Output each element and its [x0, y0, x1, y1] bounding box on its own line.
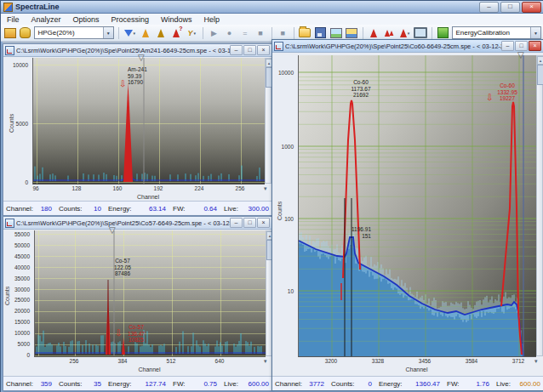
acquire-pause-icon[interactable]: =: [238, 26, 251, 39]
detector-select[interactable]: HPGe(20%) ▼: [34, 26, 113, 39]
spectrum-curve: [33, 58, 265, 184]
plot-vscrollbar[interactable]: ▴: [265, 58, 272, 184]
y-axis: 10000100010010: [272, 55, 296, 356]
x-axis-label: Channel: [298, 366, 535, 372]
menu-options[interactable]: Options: [67, 15, 106, 24]
peak-delete-icon[interactable]: ▾: [398, 26, 411, 39]
open-spectrum-icon[interactable]: [299, 26, 312, 39]
plot-vscrollbar[interactable]: ▴: [536, 55, 543, 356]
export-image-icon[interactable]: [345, 26, 357, 39]
calibration-select-dropdown-icon[interactable]: ▼: [530, 27, 540, 38]
calibration-select[interactable]: EnergyCalibration ▼: [452, 26, 541, 39]
status-channel-value: 3772: [309, 380, 324, 388]
app-icon: [3, 3, 13, 12]
status-energy-value: 63.14: [149, 205, 166, 213]
menu-processing[interactable]: Processing: [106, 15, 156, 24]
copy-image-icon[interactable]: [329, 26, 342, 39]
y-tick-label: 25000: [3, 297, 32, 303]
child-minimize-button[interactable]: –: [230, 218, 243, 228]
efficiency-icon[interactable]: Y▾: [186, 26, 198, 39]
child-titlebar[interactable]: C:\Lsrm\Work\GP\HPGe(20%)\Spe\Point25\Co…: [272, 40, 543, 53]
spectrum-plot[interactable]: [32, 58, 265, 185]
x-axis: 256384512640: [34, 358, 265, 366]
detector-select-dropdown-icon[interactable]: ▼: [103, 27, 113, 38]
child-titlebar[interactable]: C:\Lsrm\Work\GP\HPGe(20%)\Spe\Point25\Co…: [3, 217, 272, 230]
child-close-button[interactable]: ×: [257, 218, 270, 228]
status-fw-label: FW:: [173, 205, 186, 213]
cursor-marker-icon[interactable]: ▽: [517, 51, 524, 60]
spectrum-view-icon[interactable]: [414, 26, 427, 39]
child-title: C:\Lsrm\Work\GP\HPGe(20%)\Spe\Point25\Co…: [16, 219, 230, 227]
x-axis-label: Channel: [34, 366, 265, 372]
menu-help[interactable]: Help: [198, 15, 226, 24]
x-tick-label: 640: [208, 358, 231, 364]
scroll-thumb[interactable]: [537, 65, 543, 85]
y-tick-label: 40000: [3, 264, 32, 270]
child-maximize-button[interactable]: □: [243, 45, 256, 55]
acquire-record-icon[interactable]: ●: [223, 26, 236, 39]
x-axis: 32003328345635843712: [298, 358, 535, 366]
x-tick-label: 128: [65, 185, 89, 191]
close-button[interactable]: ×: [522, 2, 541, 13]
peak-annotation-secondary: Co-57 136.47 10825: [121, 324, 151, 344]
x-tick-label: 160: [106, 185, 129, 191]
y-tick-label: 55000: [3, 231, 32, 237]
status-channel-label: Channel:: [6, 380, 33, 388]
axis-corner-dropdown-icon[interactable]: ▾: [264, 185, 267, 192]
child-maximize-button[interactable]: □: [243, 218, 256, 228]
x-tick-label: 256: [228, 185, 252, 191]
detector-config-icon[interactable]: [3, 26, 16, 39]
x-tick-label: 512: [159, 358, 183, 364]
child-minimize-button[interactable]: –: [501, 41, 514, 51]
mca-mode-icon[interactable]: ■: [277, 26, 289, 39]
filter-icon[interactable]: ▾: [123, 26, 136, 39]
menu-file[interactable]: File: [1, 15, 26, 24]
maximize-button[interactable]: □: [500, 2, 520, 13]
minimize-button[interactable]: –: [479, 2, 499, 13]
y-tick-label: 10000: [3, 62, 31, 68]
acquire-stop-icon[interactable]: ■: [254, 26, 266, 39]
spectrum-database-icon[interactable]: [19, 26, 31, 39]
peak-arrow-icon: ⇩: [119, 80, 126, 88]
multiplet-icon[interactable]: [383, 26, 396, 39]
status-energy-value: 127.74: [146, 380, 166, 388]
menu-analyzer[interactable]: Analyzer: [26, 15, 67, 24]
peak-fit-icon[interactable]: [154, 26, 167, 39]
axis-corner-dropdown-icon[interactable]: ▾: [534, 358, 538, 365]
child-minimize-button[interactable]: –: [230, 45, 243, 55]
child-close-button[interactable]: ×: [529, 41, 541, 51]
cursor-marker-icon[interactable]: ▽: [109, 226, 116, 235]
status-counts-value: 10: [94, 205, 101, 213]
x-tick-label: 3584: [460, 358, 483, 364]
x-tick-label: 256: [62, 358, 86, 364]
y-tick-label: 10000: [3, 330, 32, 336]
status-counts-value: 35: [94, 380, 101, 388]
y-tick-label: 30000: [3, 287, 32, 293]
status-live-value: 600.00: [249, 380, 269, 388]
main-titlebar[interactable]: SpectraLine – □ ×: [1, 1, 543, 14]
scroll-up-icon[interactable]: ▴: [537, 56, 543, 65]
spectrum-window-co60: C:\Lsrm\Work\GP\HPGe(20%)\Spe\Point25\Co…: [272, 39, 543, 391]
save-spectrum-icon[interactable]: [314, 26, 327, 39]
x-tick-label: 224: [187, 185, 211, 191]
peak-marker-icon[interactable]: [368, 26, 380, 39]
peak-annotation-secondary: Co-60 1332.95 19227: [490, 82, 524, 102]
status-counts-value: 0: [369, 380, 372, 388]
status-live-label: Live:: [224, 205, 238, 213]
peak-identify-icon[interactable]: ?: [169, 26, 182, 39]
y-axis: 5500050000450004000035000300002500020000…: [3, 230, 32, 356]
y-tick-label: 10: [272, 288, 296, 294]
status-fw-value: 0.64: [203, 205, 217, 213]
cursor-annotation: 1196.91 151: [347, 226, 371, 239]
peak-search-icon[interactable]: [139, 26, 151, 39]
acquire-start-icon[interactable]: ▶: [208, 26, 220, 39]
x-tick-label: 3456: [413, 358, 437, 364]
menu-windows[interactable]: Windows: [155, 15, 198, 24]
cursor-marker-icon[interactable]: ▽: [138, 54, 145, 62]
axis-corner-dropdown-icon[interactable]: ▾: [264, 358, 267, 365]
y-tick-label: 45000: [3, 253, 32, 259]
app-title: SpectraLine: [15, 3, 479, 11]
child-close-button[interactable]: ×: [257, 45, 270, 55]
child-statusbar: Channel:359 Counts:35 Energy:127.74 FW:0…: [3, 376, 272, 390]
calibration-icon[interactable]: [437, 26, 449, 39]
